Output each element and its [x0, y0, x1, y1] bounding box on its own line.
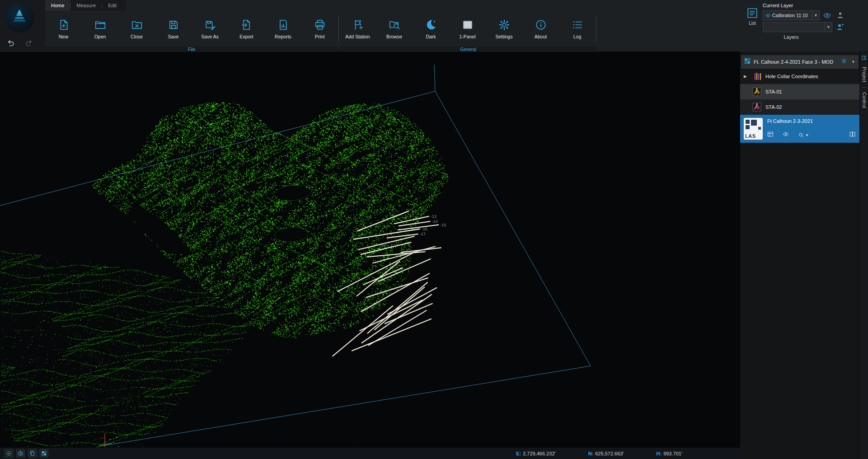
general-group-strip: General: [339, 47, 597, 52]
button-label: Save: [168, 34, 179, 39]
button-label: Add Station: [345, 34, 370, 39]
chevron-down-icon[interactable]: ▼: [851, 60, 855, 64]
menu-tabs: Home Measure Edit: [45, 0, 126, 11]
tree-item-las-selected[interactable]: LAS Ft Calhoun 2-3-2021 ▼: [740, 115, 859, 143]
export-icon: [241, 19, 253, 31]
split-view-button[interactable]: [40, 449, 48, 458]
screenshot-button[interactable]: [16, 449, 25, 458]
settings-button[interactable]: Settings: [486, 13, 522, 45]
button-label: Print: [315, 34, 325, 39]
chevron-down-icon: ▼: [805, 133, 809, 137]
project-panel: Ft. Calhoun 2-4-2021 Face 3 - MOD ▼ ▶ Ho…: [740, 52, 859, 459]
reports-button[interactable]: Reports: [265, 13, 301, 45]
columns-icon: [849, 131, 856, 137]
open-button[interactable]: Open: [82, 13, 118, 45]
side-tab-project[interactable]: Project: [862, 67, 867, 83]
side-tab-control[interactable]: Control: [862, 92, 867, 108]
save-button[interactable]: Save: [155, 13, 192, 45]
close-folder-icon: [131, 19, 143, 31]
tree-item-sta-01[interactable]: STA-01: [740, 84, 859, 99]
layers-dropdown[interactable]: ▼: [763, 22, 832, 32]
button-label: Save As: [201, 34, 219, 39]
grid-view-icon: [41, 450, 47, 456]
chevron-down-icon[interactable]: ▼: [812, 11, 819, 20]
gear-icon[interactable]: [841, 58, 847, 66]
dark-mode-button[interactable]: Dark: [413, 13, 449, 45]
toolbar: New Open Close Save Save As Export: [45, 11, 597, 47]
current-layer-label: Current Layer: [763, 3, 793, 8]
button-label: 1-Panel: [459, 34, 475, 39]
viewport-toolbar: [5, 449, 48, 458]
layer-list-button[interactable]: List: [742, 7, 762, 26]
layer-visibility-button[interactable]: [823, 11, 831, 19]
attribute-table-button[interactable]: [767, 131, 774, 139]
tab-measure[interactable]: Measure: [70, 0, 102, 11]
pyramid-logo-icon: [9, 7, 30, 28]
log-button[interactable]: Log: [559, 13, 596, 45]
button-label: New: [59, 34, 68, 39]
las-badge: LAS: [745, 133, 756, 139]
list-icon: [746, 7, 758, 19]
tab-edit[interactable]: Edit: [102, 0, 122, 11]
button-label: Log: [573, 34, 582, 39]
table-icon: [767, 131, 774, 137]
list-button-label: List: [742, 21, 762, 26]
export-button[interactable]: Export: [228, 13, 265, 45]
status-bar: E:2,729,466.232' N:625,572.663' H:993.70…: [0, 447, 740, 459]
expand-arrow-icon[interactable]: ▶: [744, 74, 748, 79]
las-item-title: Ft Calhoun 2-3-2021: [767, 118, 856, 124]
zoom-tool-button[interactable]: ▼: [798, 132, 809, 138]
close-button[interactable]: Close: [118, 13, 155, 45]
toolbar-group-labels: File General: [45, 47, 597, 52]
button-label: About: [535, 34, 547, 39]
person-icon: [836, 11, 844, 19]
project-header[interactable]: Ft. Calhoun 2-4-2021 Face 3 - MOD ▼: [741, 55, 859, 69]
button-label: Browse: [386, 34, 402, 39]
reset-view-button[interactable]: [5, 449, 13, 458]
station-icon-gold: [752, 87, 761, 96]
tree-item-hole-collar-coordinates[interactable]: ▶ Hole Collar Coordinates: [740, 69, 859, 84]
tree-item-label: Hole Collar Coordinates: [765, 74, 818, 79]
one-panel-button[interactable]: 1-Panel: [449, 13, 486, 45]
add-user-button[interactable]: [836, 23, 844, 31]
height-readout: H:993.701': [657, 451, 682, 456]
save-as-icon: [204, 19, 216, 31]
eye-icon: [765, 13, 771, 19]
tree-item-label: STA-02: [765, 104, 782, 110]
save-as-button[interactable]: Save As: [192, 13, 228, 45]
new-document-icon: [58, 19, 70, 31]
eye-icon: [823, 12, 831, 19]
new-button[interactable]: New: [45, 13, 82, 45]
browse-icon: [389, 19, 400, 31]
print-button[interactable]: Print: [301, 13, 338, 45]
layers-label: Layers: [763, 34, 820, 40]
side-tab-strip: Project Control: [859, 52, 868, 459]
log-icon: [572, 19, 583, 31]
application-window: Home Measure Edit New Open Close Save: [0, 0, 868, 459]
logo-block: [0, 0, 45, 52]
eye-icon: [783, 131, 789, 137]
pin-panel-icon[interactable]: [861, 54, 867, 62]
3d-point-cloud-canvas[interactable]: [0, 52, 740, 447]
panel-columns-button[interactable]: [849, 131, 856, 139]
project-title: Ft. Calhoun 2-4-2021 Face 3 - MOD: [754, 59, 838, 65]
tab-home[interactable]: Home: [45, 0, 70, 11]
about-button[interactable]: About: [522, 13, 559, 45]
visibility-button[interactable]: [783, 131, 789, 139]
tree-item-sta-02[interactable]: STA-02: [740, 99, 859, 115]
undo-button[interactable]: [7, 39, 16, 47]
general-group-label: General: [460, 47, 476, 52]
copy-view-button[interactable]: [28, 449, 37, 458]
current-layer-dropdown[interactable]: Calibration 11:10 ▼: [763, 10, 820, 20]
redo-button[interactable]: [23, 39, 33, 47]
coordinates-readout: E:2,729,466.232' N:625,572.663' H:993.70…: [516, 451, 736, 456]
northing-readout: N:625,572.663': [588, 451, 624, 456]
hole-collar-icon: [752, 72, 761, 81]
user-button[interactable]: [836, 11, 844, 19]
side-tab-divider: [862, 87, 867, 88]
button-label: Dark: [426, 34, 436, 39]
browse-button[interactable]: Browse: [376, 13, 413, 45]
tree-item-label: STA-01: [765, 89, 782, 94]
add-station-button[interactable]: Add Station: [339, 13, 376, 45]
chevron-down-icon[interactable]: ▼: [825, 23, 832, 32]
